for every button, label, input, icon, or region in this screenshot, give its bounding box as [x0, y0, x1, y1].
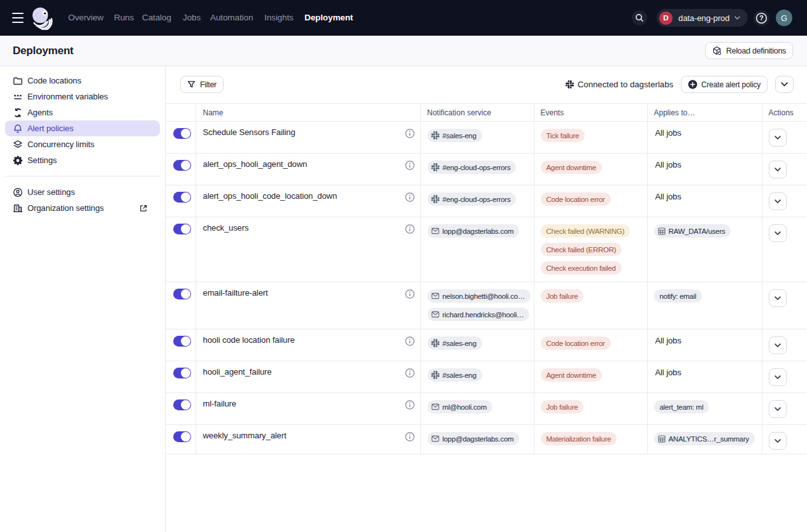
svg-text:?: ?	[759, 14, 763, 22]
